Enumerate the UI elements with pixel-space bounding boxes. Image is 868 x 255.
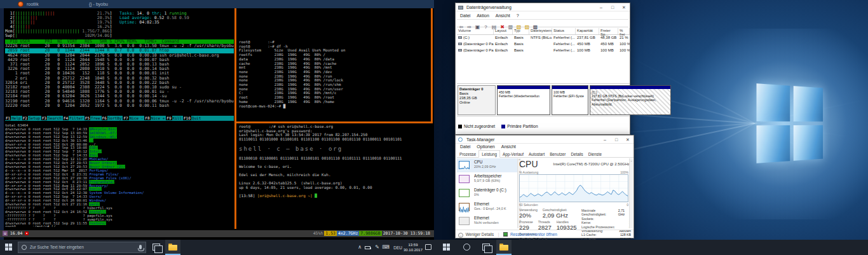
tmux-pane-htop[interactable]: 1[|||||||||||||||| 21.7%] 2[||||||||| 20… [5, 10, 234, 121]
menu-item-ansicht[interactable]: Ansicht [492, 12, 513, 19]
start-button[interactable] [0, 240, 18, 255]
fkey-number[interactable]: F9 [166, 116, 172, 120]
fkey-number[interactable]: F10 [183, 116, 191, 120]
fkey-label[interactable]: Tree [90, 116, 101, 120]
fkey-number[interactable]: F8 [144, 116, 150, 120]
tab-benutzer[interactable]: Benutzer [547, 151, 568, 157]
disk-window-buttons[interactable]: –□✕ [595, 3, 630, 11]
maximize-button[interactable]: □ [607, 3, 618, 11]
disk-column-header[interactable]: Typ [513, 28, 529, 34]
fkey-number[interactable]: F3 [41, 116, 47, 120]
fkey-label[interactable]: Setup [28, 116, 41, 120]
menu-item-datei[interactable]: Datei [457, 12, 473, 19]
fkey-number[interactable]: F5 [85, 116, 90, 120]
close-button[interactable]: ✕ [618, 3, 630, 11]
tm-sidebar-item-eth[interactable]: EthernetGes.: 0 Empf.: 24,0 K [457, 200, 517, 214]
tab-leistung[interactable]: Leistung [478, 150, 500, 158]
process-row[interactable]: 32220 root 20 0 1204 2052 1972 S 0.0 0.0… [5, 104, 234, 108]
tmux-vertical-border[interactable] [234, 8, 236, 229]
htop-function-bar[interactable]: F1HelpF2SetupF3SearchF4FilterF5TreeF6Sor… [5, 116, 234, 121]
fkey-number[interactable]: F6 [102, 116, 107, 120]
disk-toolbar[interactable]: ⇦⇨▣?▤✖▥▧▨▩ [457, 19, 628, 27]
menu-item-aktion[interactable]: Aktion [473, 12, 492, 19]
disk-table-header[interactable]: VolumeLayoutTypDateisystemStatusKapazitä… [457, 28, 630, 35]
tray-expand-chevron-icon[interactable]: ∧ [358, 244, 362, 250]
action-center-icon[interactable] [425, 244, 431, 250]
tm-titlebar[interactable]: Task-Manager –□✕ [456, 135, 634, 144]
partition-cell[interactable]: 450 MBFehlerfrei (Wiederherstellun [497, 85, 550, 115]
disk-column-header[interactable]: Volume [457, 28, 494, 34]
fkey-number[interactable]: F4 [63, 116, 69, 120]
fkey-number[interactable]: F1 [5, 116, 11, 120]
disk-column-header[interactable]: Status [552, 28, 576, 34]
disk-titlebar[interactable]: Datenträgerverwaltung –□✕ [456, 3, 630, 11]
task-view-button[interactable] [153, 244, 160, 251]
fkey-number[interactable]: F2 [22, 116, 28, 120]
disk-volume-row[interactable]: (C:)EinfachBasisNTFS (BitLo...Fehlerfrei… [457, 35, 630, 41]
disk-column-header[interactable]: Layout [494, 28, 513, 34]
tmux-pane-df[interactable]: root@ :~#root@ :~# df -hFilesystem Size … [239, 10, 430, 120]
tmux-horizontal-border[interactable] [234, 121, 433, 123]
fkey-label[interactable]: Search [47, 116, 63, 120]
tm-resmon-link[interactable]: Ressourcenmonitor öffnen [510, 232, 557, 237]
clock[interactable]: 13:59 30.10.2017 [403, 242, 423, 252]
fkey-label[interactable]: SortBy [107, 116, 123, 120]
fkey-label[interactable]: Quit [191, 116, 202, 120]
tm-cpu-chart[interactable] [519, 174, 628, 202]
tm-menu-ansicht[interactable]: Ansicht [498, 144, 519, 150]
disk-management-window[interactable]: Datenträgerverwaltung –□✕ DateiAktionAns… [455, 3, 630, 135]
tab-dienste[interactable]: Dienste [586, 151, 604, 157]
fkey-label[interactable]: Nice - [129, 116, 145, 120]
partition-cell[interactable]: 100 MBFehlerfrei (EFI-Syste [552, 85, 588, 115]
fkey-label[interactable]: Help [11, 116, 22, 120]
fkey-number[interactable]: F7 [123, 116, 128, 120]
task-view-button-secondary[interactable] [482, 244, 490, 251]
tm-menu-optionen[interactable]: Optionen [473, 144, 498, 150]
disk-column-header[interactable]: Dateisystem [529, 28, 552, 34]
menu-item-?[interactable]: ? [513, 12, 522, 19]
disk0-info-cell[interactable]: Datenträger 0 Basis 238,35 GB Online [458, 85, 496, 115]
tmux-pane-ssh[interactable]: root@ :/# ssh ori@shell.c-base.orgori@sh… [239, 125, 431, 198]
fkey-label[interactable]: Filter [69, 116, 85, 120]
language-indicator[interactable]: DEU [393, 245, 402, 250]
task-manager-window[interactable]: Task-Manager –□✕ DateiOptionenAnsicht Pr… [455, 135, 634, 238]
cortana-button[interactable] [463, 244, 470, 251]
terminal-titlebar[interactable]: rootlik {} - byobu [0, 0, 434, 8]
partition-cell[interactable]: (C:)237,81 GB NTFS (BitLocker-verschlüss… [590, 85, 671, 115]
tm-menu-datei[interactable]: Datei [457, 144, 473, 150]
tab-autostart[interactable]: Autostart [526, 151, 547, 157]
touch-keyboard-icon[interactable]: ⌨ [382, 244, 390, 250]
tm-main-scrollbar[interactable]: ⌄ [629, 158, 633, 228]
minimize-button[interactable]: – [599, 135, 611, 144]
explorer-taskbar-button[interactable] [165, 240, 180, 255]
tm-window-buttons[interactable]: –□✕ [599, 135, 634, 144]
search-input[interactable]: Zur Suche Text hier eingeben [18, 242, 146, 253]
tm-less-details-button[interactable]: Weniger Details [466, 232, 494, 237]
tm-sidebar-item-cpu[interactable]: CPU20% 2,09 GHz [457, 158, 517, 172]
fkey-label[interactable]: Nice + [151, 116, 166, 120]
tm-sidebar-item-eth2[interactable]: EthernetNicht verbunden [457, 214, 517, 228]
tm-menu-bar[interactable]: DateiOptionenAnsicht [457, 144, 519, 150]
disk-volume-row[interactable]: (Datenträger 0 Pa...EinfachBasisFehlerfr… [457, 41, 630, 48]
battery-icon[interactable] [365, 246, 370, 249]
tm-sidebar-item-mem[interactable]: Arbeitsspeicher5,0/7,9 GB (63%) [457, 172, 517, 186]
fkey-label[interactable]: Kill [172, 116, 183, 120]
tab-prozesse[interactable]: Prozesse [457, 151, 478, 157]
explorer-taskbar-button-secondary[interactable] [496, 240, 512, 255]
disk-column-header[interactable]: Freier Sp... [599, 28, 618, 34]
disk-menu-bar[interactable]: DateiAktionAnsicht? [457, 12, 522, 19]
close-button[interactable]: ✕ [622, 135, 634, 144]
start-button-secondary[interactable] [438, 240, 456, 255]
tmux-right-border[interactable] [431, 8, 433, 121]
minimize-button[interactable]: – [595, 3, 607, 11]
terminal-window[interactable]: rootlik {} - byobu 1[|||||||||||||||| 21… [0, 0, 434, 240]
disk-volume-row[interactable]: (Datenträger 0 Pa...EinfachBasisFehlerfr… [457, 48, 630, 54]
tmux-pane-ls[interactable]: total 63464drwxrwxrwx 0 root root 512 Se… [5, 124, 234, 227]
tm-tabs[interactable]: ProzesseLeistungApp-VerlaufAutostartBenu… [457, 150, 634, 158]
tm-sidebar-item-disk[interactable]: Datenträger 0 (C:)0% [457, 186, 517, 200]
tab-app-verlauf[interactable]: App-Verlauf [500, 151, 526, 157]
disk-column-header[interactable]: Kapazität [576, 28, 599, 34]
tab-details[interactable]: Details [568, 151, 585, 157]
microphone-icon[interactable] [139, 245, 142, 249]
maximize-button[interactable]: □ [611, 135, 622, 144]
